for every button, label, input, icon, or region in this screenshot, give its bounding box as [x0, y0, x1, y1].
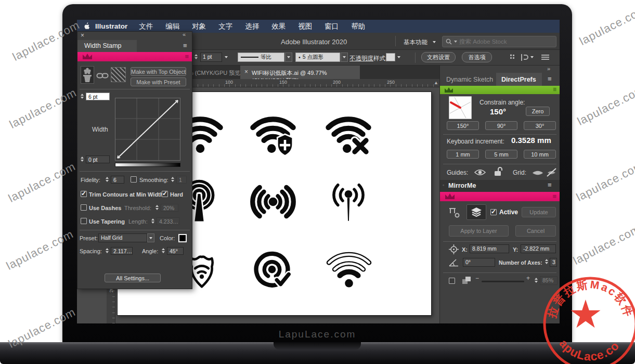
make-with-preset-button[interactable]: Make with Preset [131, 77, 186, 86]
width-curve-editor[interactable] [115, 98, 180, 161]
smoothing-checkbox[interactable] [131, 176, 137, 183]
align-dots-icon[interactable] [510, 54, 517, 61]
min-width-stepper[interactable] [80, 157, 84, 162]
bar-menu-icon[interactable]: ≡ [553, 86, 556, 93]
width-profile-dropdown[interactable]: 等比 [238, 53, 284, 62]
menu-item-window[interactable]: 窗口 [318, 22, 345, 31]
axes-field[interactable]: 3 [550, 258, 557, 267]
tab-dynamic-sketch[interactable]: Dynamic Sketch [446, 76, 493, 83]
y-field[interactable]: -2.822 mm [521, 244, 556, 253]
stamp-object-preview[interactable] [81, 66, 94, 84]
trim-contours-checkbox[interactable] [81, 191, 87, 197]
menu-app-name[interactable]: Illustrator [95, 22, 127, 30]
update-button[interactable]: Update [522, 207, 556, 217]
increment-10mm-button[interactable]: 10 mm [524, 150, 556, 159]
threshold-field[interactable]: 20% [161, 204, 178, 212]
increment-1mm-button[interactable]: 1 mm [447, 150, 479, 159]
menu-item-view[interactable]: 视图 [292, 22, 318, 31]
wifi-outline-icon[interactable] [325, 245, 373, 293]
list-icon[interactable] [541, 54, 549, 60]
angle-field[interactable]: 45° [167, 247, 184, 255]
menu-item-object[interactable]: 对象 [186, 22, 212, 31]
length-stepper[interactable] [150, 218, 155, 224]
grid-snap-off-icon[interactable] [546, 167, 557, 177]
collapse-icon[interactable]: « [183, 31, 186, 37]
guides-unlocked-icon[interactable] [494, 166, 504, 177]
active-document-tab[interactable]: × WIFI标识低版本.ai @ 49.77% (CMYK/GPU 预览) [240, 66, 360, 79]
make-with-top-object-button[interactable]: Make with Top Object [131, 67, 186, 76]
panel-menu-icon[interactable]: ≡ [548, 76, 552, 82]
wifi-shield-plus-icon[interactable] [249, 110, 297, 158]
wifi-cancel-icon[interactable] [325, 110, 372, 158]
guides-visible-eye-icon[interactable] [474, 168, 486, 176]
workspace-switcher[interactable]: 基本功能 [404, 38, 427, 46]
rotation-field[interactable]: 0° [463, 258, 495, 267]
smoothing-field[interactable]: 1 [176, 176, 187, 184]
panel-menu-icon[interactable]: ≡ [548, 182, 552, 188]
fidelity-field[interactable]: 6 [111, 176, 124, 184]
use-dashes-checkbox[interactable] [81, 204, 87, 211]
use-tapering-checkbox[interactable] [81, 218, 87, 224]
panel-menu-icon[interactable]: ≡ [183, 43, 187, 49]
antenna-icon[interactable] [325, 178, 372, 226]
profile-dropdown-button[interactable] [285, 53, 292, 62]
mirror-axis-icon[interactable] [448, 207, 460, 218]
apple-logo-icon[interactable] [83, 22, 90, 30]
expand-dock-icon[interactable]: » [547, 66, 550, 72]
grid-hidden-eye-icon[interactable] [532, 170, 544, 176]
style-swatch[interactable] [386, 53, 395, 61]
collapse-dot-icon[interactable]: ◦ [443, 183, 444, 188]
hard-checkbox[interactable] [162, 191, 168, 197]
max-width-stepper[interactable] [80, 94, 84, 99]
length-field[interactable]: 4.233… [157, 217, 179, 225]
angle-preset-150-button[interactable]: 150° [447, 121, 479, 130]
menu-item-type[interactable]: 文字 [212, 22, 239, 31]
close-icon[interactable]: × [244, 68, 248, 75]
rotation-angle-icon[interactable] [449, 259, 459, 267]
origin-target-icon[interactable] [449, 244, 459, 254]
stroke-stepper[interactable] [193, 54, 198, 59]
menu-item-edit[interactable]: 编辑 [159, 22, 186, 31]
stock-search-box[interactable] [442, 36, 556, 47]
pattern-swatch[interactable] [111, 67, 126, 82]
stroke-weight-field[interactable]: 1 pt [200, 53, 222, 62]
preset-dropdown-button[interactable] [147, 233, 154, 242]
x-field[interactable]: 8.819 mm [470, 244, 509, 253]
menu-item-select[interactable]: 选择 [239, 22, 265, 31]
mirrorme-title[interactable]: MirrorMe [448, 182, 476, 189]
fidelity-stepper[interactable] [105, 177, 109, 182]
spacing-field[interactable]: 2.117… [111, 247, 133, 255]
brush-dropdown[interactable]: • 5 点圆形 [295, 53, 340, 62]
min-width-field[interactable]: 0 pt [86, 155, 110, 163]
brush-dropdown-button[interactable] [341, 53, 348, 62]
preferences-button[interactable]: 首选项 [462, 52, 492, 62]
bar-menu-icon[interactable]: ≡ [552, 192, 556, 200]
angle-preset-90-button[interactable]: 90° [485, 121, 517, 130]
search-input[interactable] [459, 38, 542, 45]
all-settings-button[interactable]: All Settings... [105, 274, 161, 282]
background-document-tab[interactable]: % (CMYK/GPU 预览) [188, 69, 242, 77]
chevron-down-icon[interactable] [433, 41, 436, 43]
apply-to-layer-button[interactable]: Apply to Layer [449, 225, 509, 237]
menu-item-effect[interactable]: 效果 [265, 22, 292, 31]
increment-5mm-button[interactable]: 5 mm [485, 150, 517, 159]
preset-dropdown[interactable]: Half Grid [98, 233, 147, 242]
close-icon[interactable]: × [81, 32, 84, 39]
cancel-button[interactable]: Cancel [515, 225, 556, 237]
opacity-slider[interactable] [482, 281, 524, 282]
chevron-down-icon[interactable] [397, 56, 400, 58]
document-setup-button[interactable]: 文档设置 [421, 52, 456, 62]
bar-menu-icon[interactable]: ≡ [185, 53, 189, 60]
menu-item-file[interactable]: 文件 [133, 22, 159, 31]
layers-target-button[interactable] [466, 204, 486, 220]
link-icon[interactable] [96, 72, 109, 79]
scroll-up-icon[interactable]: ▲ [434, 80, 438, 85]
angle-stepper[interactable] [161, 248, 165, 253]
opacity-checkbox[interactable] [449, 278, 455, 284]
snap-options-icon[interactable] [520, 54, 528, 61]
active-checkbox[interactable] [490, 209, 497, 215]
chevron-down-icon[interactable] [225, 56, 228, 58]
panel-tab[interactable]: Width Stamp [77, 40, 137, 52]
tab-directprefs[interactable]: DirectPrefs [496, 73, 542, 86]
axes-stepper[interactable] [544, 259, 549, 264]
